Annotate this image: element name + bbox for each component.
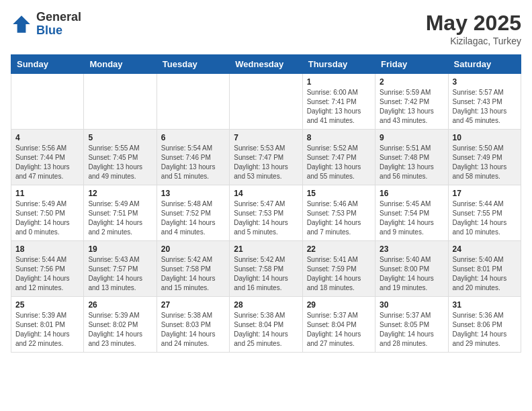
day-info: Sunrise: 5:36 AMSunset: 8:06 PMDaylight:… [453, 311, 517, 349]
day-number: 28 [234, 300, 298, 310]
day-number: 31 [453, 300, 517, 310]
day-number: 21 [234, 244, 298, 254]
day-info: Sunrise: 5:53 AMSunset: 7:47 PMDaylight:… [234, 144, 298, 181]
day-number: 24 [453, 244, 517, 254]
svg-marker-0 [13, 15, 30, 33]
table-row: 14Sunrise: 5:47 AMSunset: 7:53 PMDayligh… [230, 185, 302, 241]
table-row: 23Sunrise: 5:40 AMSunset: 8:00 PMDayligh… [375, 241, 448, 297]
day-number: 3 [453, 77, 517, 87]
calendar-week-row: 18Sunrise: 5:44 AMSunset: 7:56 PMDayligh… [11, 241, 521, 297]
table-row [230, 74, 302, 130]
table-row: 31Sunrise: 5:36 AMSunset: 8:06 PMDayligh… [448, 297, 521, 353]
day-info: Sunrise: 5:42 AMSunset: 7:58 PMDaylight:… [161, 255, 225, 293]
day-number: 12 [88, 189, 152, 198]
calendar-header-row: Sunday Monday Tuesday Wednesday Thursday… [11, 55, 521, 74]
day-info: Sunrise: 5:42 AMSunset: 7:58 PMDaylight:… [234, 255, 298, 293]
table-row: 30Sunrise: 5:37 AMSunset: 8:05 PMDayligh… [375, 297, 448, 353]
table-row: 27Sunrise: 5:38 AMSunset: 8:03 PMDayligh… [157, 297, 229, 353]
col-header-saturday: Saturday [448, 55, 521, 74]
day-number: 27 [161, 300, 225, 310]
day-info: Sunrise: 5:49 AMSunset: 7:51 PMDaylight:… [88, 199, 152, 237]
logo-blue-text: Blue [36, 24, 81, 38]
day-number: 19 [88, 244, 152, 254]
table-row: 1Sunrise: 6:00 AMSunset: 7:41 PMDaylight… [302, 74, 375, 130]
table-row: 28Sunrise: 5:38 AMSunset: 8:04 PMDayligh… [230, 297, 302, 353]
table-row: 7Sunrise: 5:53 AMSunset: 7:47 PMDaylight… [230, 130, 302, 185]
table-row: 13Sunrise: 5:48 AMSunset: 7:52 PMDayligh… [157, 185, 229, 241]
title-block: May 2025 Kizilagac, Turkey [426, 11, 521, 46]
day-info: Sunrise: 5:39 AMSunset: 8:02 PMDaylight:… [88, 311, 152, 349]
day-number: 23 [380, 244, 443, 254]
col-header-friday: Friday [375, 55, 448, 74]
day-info: Sunrise: 5:44 AMSunset: 7:55 PMDaylight:… [453, 199, 517, 237]
day-info: Sunrise: 5:47 AMSunset: 7:53 PMDaylight:… [234, 199, 298, 237]
day-info: Sunrise: 5:37 AMSunset: 8:05 PMDaylight:… [380, 311, 443, 349]
table-row [11, 74, 84, 130]
calendar-week-row: 11Sunrise: 5:49 AMSunset: 7:50 PMDayligh… [11, 185, 521, 241]
day-number: 26 [88, 300, 152, 310]
table-row [157, 74, 229, 130]
table-row: 25Sunrise: 5:39 AMSunset: 8:01 PMDayligh… [11, 297, 84, 353]
day-info: Sunrise: 5:56 AMSunset: 7:44 PMDaylight:… [15, 144, 79, 181]
day-info: Sunrise: 5:48 AMSunset: 7:52 PMDaylight:… [161, 199, 225, 237]
day-info: Sunrise: 5:44 AMSunset: 7:56 PMDaylight:… [15, 255, 79, 293]
day-number: 17 [453, 189, 517, 198]
location-subtitle: Kizilagac, Turkey [426, 36, 521, 46]
day-info: Sunrise: 5:59 AMSunset: 7:42 PMDaylight:… [380, 88, 443, 126]
col-header-thursday: Thursday [302, 55, 375, 74]
day-number: 25 [15, 300, 79, 310]
table-row: 29Sunrise: 5:37 AMSunset: 8:04 PMDayligh… [302, 297, 375, 353]
page-header: General Blue May 2025 Kizilagac, Turkey [11, 11, 521, 46]
day-number: 2 [380, 77, 443, 87]
table-row: 17Sunrise: 5:44 AMSunset: 7:55 PMDayligh… [448, 185, 521, 241]
day-number: 4 [15, 133, 79, 142]
table-row: 19Sunrise: 5:43 AMSunset: 7:57 PMDayligh… [84, 241, 157, 297]
day-number: 13 [161, 189, 225, 198]
table-row: 6Sunrise: 5:54 AMSunset: 7:46 PMDaylight… [157, 130, 229, 185]
day-info: Sunrise: 5:41 AMSunset: 7:59 PMDaylight:… [307, 255, 371, 293]
day-number: 15 [307, 189, 371, 198]
table-row: 3Sunrise: 5:57 AMSunset: 7:43 PMDaylight… [448, 74, 521, 130]
table-row: 12Sunrise: 5:49 AMSunset: 7:51 PMDayligh… [84, 185, 157, 241]
table-row: 15Sunrise: 5:46 AMSunset: 7:53 PMDayligh… [302, 185, 375, 241]
table-row: 5Sunrise: 5:55 AMSunset: 7:45 PMDaylight… [84, 130, 157, 185]
calendar-table: Sunday Monday Tuesday Wednesday Thursday… [11, 54, 521, 353]
day-number: 8 [307, 133, 371, 142]
day-info: Sunrise: 5:38 AMSunset: 8:03 PMDaylight:… [161, 311, 225, 349]
day-number: 1 [307, 77, 371, 87]
col-header-wednesday: Wednesday [230, 55, 302, 74]
logo-general-text: General [36, 11, 81, 24]
day-info: Sunrise: 5:45 AMSunset: 7:54 PMDaylight:… [380, 199, 443, 237]
day-info: Sunrise: 5:37 AMSunset: 8:04 PMDaylight:… [307, 311, 371, 349]
day-number: 22 [307, 244, 371, 254]
day-number: 5 [88, 133, 152, 142]
table-row: 2Sunrise: 5:59 AMSunset: 7:42 PMDaylight… [375, 74, 448, 130]
day-info: Sunrise: 5:40 AMSunset: 8:01 PMDaylight:… [453, 255, 517, 293]
table-row: 20Sunrise: 5:42 AMSunset: 7:58 PMDayligh… [157, 241, 229, 297]
day-number: 20 [161, 244, 225, 254]
day-number: 14 [234, 189, 298, 198]
table-row: 9Sunrise: 5:51 AMSunset: 7:48 PMDaylight… [375, 130, 448, 185]
table-row: 18Sunrise: 5:44 AMSunset: 7:56 PMDayligh… [11, 241, 84, 297]
table-row: 26Sunrise: 5:39 AMSunset: 8:02 PMDayligh… [84, 297, 157, 353]
table-row: 21Sunrise: 5:42 AMSunset: 7:58 PMDayligh… [230, 241, 302, 297]
day-number: 7 [234, 133, 298, 142]
table-row: 4Sunrise: 5:56 AMSunset: 7:44 PMDaylight… [11, 130, 84, 185]
table-row: 8Sunrise: 5:52 AMSunset: 7:47 PMDaylight… [302, 130, 375, 185]
col-header-monday: Monday [84, 55, 157, 74]
day-number: 18 [15, 244, 79, 254]
day-info: Sunrise: 6:00 AMSunset: 7:41 PMDaylight:… [307, 88, 371, 126]
table-row: 11Sunrise: 5:49 AMSunset: 7:50 PMDayligh… [11, 185, 84, 241]
calendar-week-row: 25Sunrise: 5:39 AMSunset: 8:01 PMDayligh… [11, 297, 521, 353]
day-info: Sunrise: 5:55 AMSunset: 7:45 PMDaylight:… [88, 144, 152, 181]
day-info: Sunrise: 5:43 AMSunset: 7:57 PMDaylight:… [88, 255, 152, 293]
day-info: Sunrise: 5:49 AMSunset: 7:50 PMDaylight:… [15, 199, 79, 237]
calendar-week-row: 4Sunrise: 5:56 AMSunset: 7:44 PMDaylight… [11, 130, 521, 185]
day-number: 29 [307, 300, 371, 310]
day-info: Sunrise: 5:38 AMSunset: 8:04 PMDaylight:… [234, 311, 298, 349]
table-row: 22Sunrise: 5:41 AMSunset: 7:59 PMDayligh… [302, 241, 375, 297]
table-row: 24Sunrise: 5:40 AMSunset: 8:01 PMDayligh… [448, 241, 521, 297]
day-number: 30 [380, 300, 443, 310]
day-number: 16 [380, 189, 443, 198]
day-info: Sunrise: 5:46 AMSunset: 7:53 PMDaylight:… [307, 199, 371, 237]
